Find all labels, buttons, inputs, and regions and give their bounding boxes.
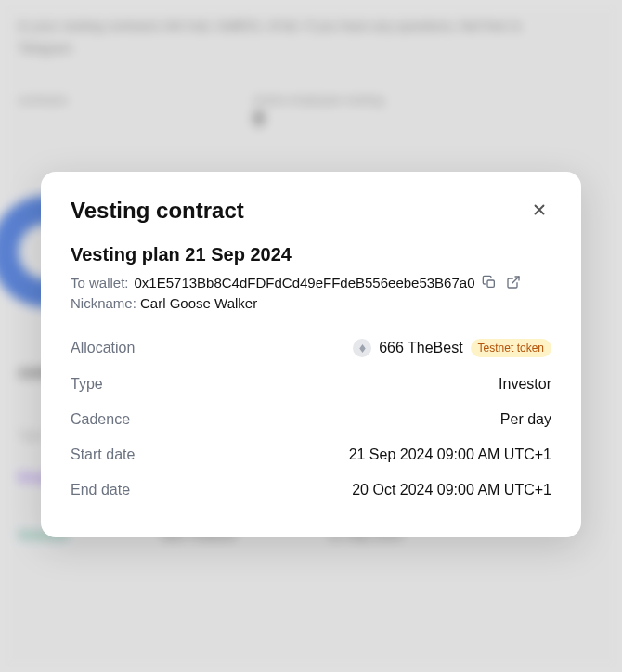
vesting-contract-modal: Vesting contract Vesting plan 21 Sep 202… <box>41 172 581 537</box>
copy-icon <box>482 275 497 290</box>
testnet-badge: Testnet token <box>471 339 551 357</box>
external-link-button[interactable] <box>504 273 523 291</box>
ethereum-icon <box>357 343 368 354</box>
cadence-label: Cadence <box>71 411 130 428</box>
cadence-row: Cadence Per day <box>71 402 551 437</box>
allocation-label: Allocation <box>71 340 135 356</box>
allocation-row: Allocation 666 TheBest Testnet token <box>71 330 551 367</box>
nickname-label: Nickname: <box>71 295 136 311</box>
close-button[interactable] <box>527 198 551 222</box>
start-date-label: Start date <box>71 446 135 463</box>
external-link-icon <box>506 275 521 290</box>
modal-overlay[interactable]: Vesting contract Vesting plan 21 Sep 202… <box>0 0 622 672</box>
type-label: Type <box>71 376 103 393</box>
wallet-row: To wallet: 0x1E5713Bb8C4dFDFdCd49eFFdeB5… <box>71 273 551 291</box>
end-date-value: 20 Oct 2024 09:00 AM UTC+1 <box>352 482 551 498</box>
token-icon <box>353 339 371 357</box>
to-wallet-address: 0x1E5713Bb8C4dFDFdCd49eFFdeB556eebe53B67… <box>135 275 475 291</box>
cadence-value: Per day <box>500 411 551 428</box>
start-date-value: 21 Sep 2024 09:00 AM UTC+1 <box>349 446 551 463</box>
svg-line-3 <box>512 277 519 283</box>
close-icon <box>531 201 548 218</box>
copy-address-button[interactable] <box>480 273 499 291</box>
svg-rect-2 <box>487 280 494 287</box>
end-date-label: End date <box>71 482 130 498</box>
allocation-value: 666 TheBest <box>379 340 462 356</box>
start-date-row: Start date 21 Sep 2024 09:00 AM UTC+1 <box>71 437 551 472</box>
type-row: Type Investor <box>71 367 551 402</box>
plan-title: Vesting plan 21 Sep 2024 <box>71 244 551 265</box>
nickname-value: Carl Goose Walker <box>140 295 257 311</box>
to-wallet-label: To wallet: <box>71 275 129 291</box>
end-date-row: End date 20 Oct 2024 09:00 AM UTC+1 <box>71 472 551 508</box>
modal-title: Vesting contract <box>71 198 244 224</box>
type-value: Investor <box>499 376 551 393</box>
nickname-row: Nickname: Carl Goose Walker <box>71 295 551 311</box>
